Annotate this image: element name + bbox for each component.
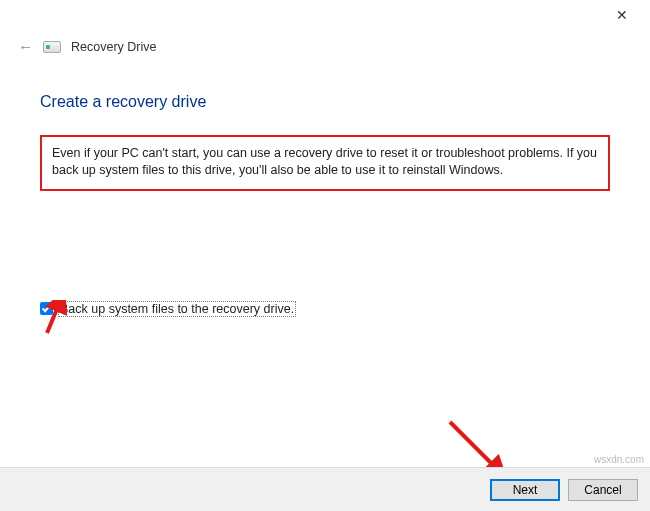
- close-icon: ✕: [616, 7, 628, 23]
- close-button[interactable]: ✕: [602, 1, 642, 29]
- recovery-drive-icon: [43, 41, 61, 53]
- page-title: Create a recovery drive: [40, 93, 610, 111]
- next-button[interactable]: Next: [490, 479, 560, 501]
- back-arrow-icon[interactable]: ←: [18, 38, 33, 55]
- backup-checkbox-row: Back up system files to the recovery dri…: [40, 301, 610, 317]
- backup-checkbox[interactable]: [40, 302, 53, 315]
- cancel-button[interactable]: Cancel: [568, 479, 638, 501]
- backup-checkbox-label[interactable]: Back up system files to the recovery dri…: [58, 301, 296, 317]
- watermark-text: wsxdn.com: [594, 454, 644, 465]
- header-row: ← Recovery Drive: [0, 30, 650, 55]
- titlebar: ✕: [0, 0, 650, 30]
- content-area: Create a recovery drive Even if your PC …: [0, 55, 650, 317]
- description-text: Even if your PC can't start, you can use…: [40, 135, 610, 191]
- svg-line-3: [450, 422, 496, 468]
- window-label: Recovery Drive: [71, 40, 156, 54]
- footer-bar: Next Cancel: [0, 467, 650, 511]
